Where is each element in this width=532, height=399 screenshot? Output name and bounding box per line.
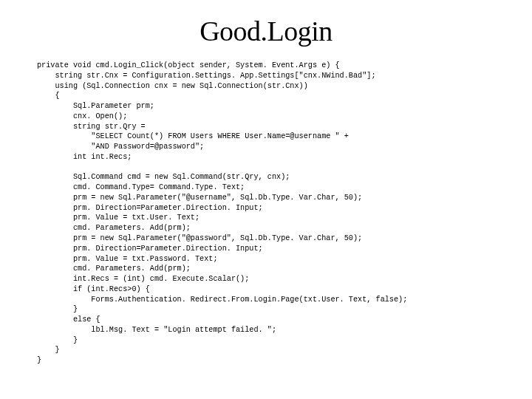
code-block: private void cmd.Login_Click(object send… (22, 61, 510, 366)
slide-container: Good.Login private void cmd.Login_Click(… (0, 0, 532, 399)
slide-title: Good.Login (22, 15, 510, 47)
